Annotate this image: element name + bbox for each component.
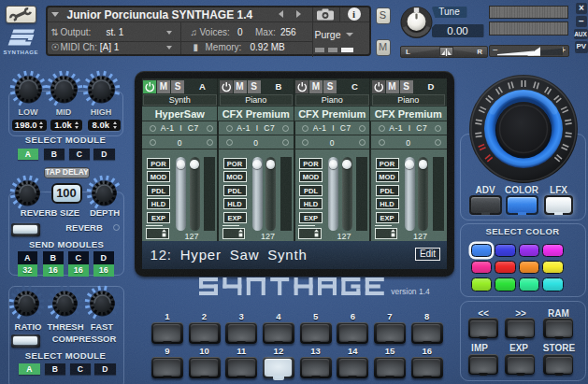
- svg-text:SYNTHAGE: SYNTHAGE: [4, 49, 38, 55]
- svg-text:version 1.4: version 1.4: [391, 287, 430, 296]
